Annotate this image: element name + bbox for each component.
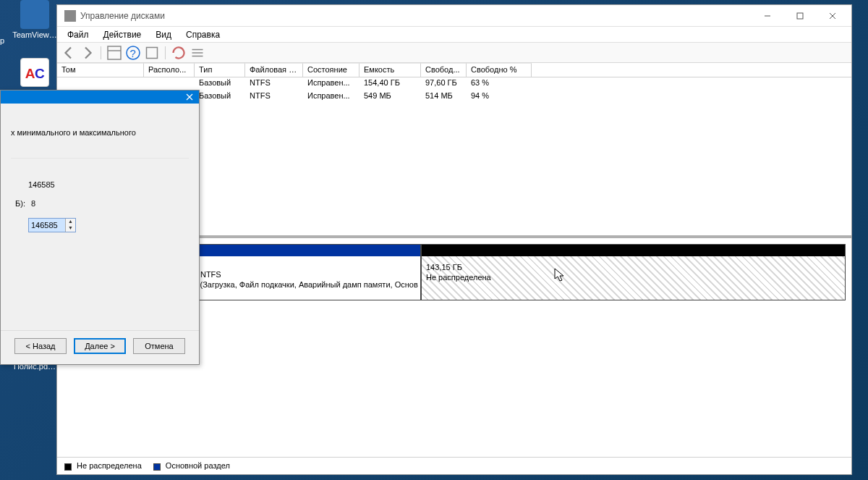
svg-rect-10 <box>147 47 158 58</box>
cell-cap: 549 МБ <box>359 90 421 104</box>
table-header: Том Располо... Тип Файловая с... Состоян… <box>57 63 851 77</box>
legend-bar: Не распределена Основной раздел <box>57 457 851 474</box>
menu-view[interactable]: Вид <box>150 28 177 41</box>
toolbar-list-icon[interactable] <box>189 44 206 62</box>
cell-cap: 154,40 ГБ <box>359 77 421 90</box>
close-button[interactable] <box>180 90 199 104</box>
app-icon: AC <box>20 58 49 87</box>
size-input[interactable] <box>29 219 65 232</box>
toolbar-views-icon[interactable] <box>106 44 123 62</box>
forward-button[interactable] <box>79 44 96 62</box>
toolbar: ? <box>57 43 851 63</box>
svg-rect-6 <box>108 46 121 59</box>
maximize-button[interactable] <box>783 6 816 26</box>
partition-status: Исправен (Загрузка, Файл подкачки, Авари… <box>162 279 416 290</box>
col-volume[interactable]: Том <box>57 63 144 77</box>
legend-primary: Основной раздел <box>153 461 230 470</box>
svg-rect-3 <box>797 13 803 19</box>
next-button[interactable]: Далее > <box>74 338 126 354</box>
close-button[interactable] <box>816 6 848 26</box>
spinner-up-icon[interactable]: ▲ <box>66 219 75 225</box>
col-capacity[interactable]: Емкость <box>359 63 421 77</box>
svg-text:A: A <box>25 66 35 81</box>
cell-fs: NTFS <box>245 90 303 104</box>
desktop-icon-label: TeamView… <box>10 30 59 39</box>
cell-type: Базовый <box>195 90 245 104</box>
wizard-titlebar[interactable] <box>1 90 199 104</box>
menubar: Файл Действие Вид Справка <box>57 27 851 43</box>
toolbar-refresh-icon[interactable] <box>170 44 187 62</box>
cell-type: Базовый <box>195 77 245 90</box>
new-volume-wizard: х минимального и максимального 146585 Б)… <box>0 90 200 365</box>
table-row[interactable]: Базовый NTFS Исправен... 154,40 ГБ 97,60… <box>57 77 851 90</box>
cell-free: 97,60 ГБ <box>421 77 467 90</box>
menu-file[interactable]: Файл <box>61 28 95 41</box>
cell-pct: 63 % <box>467 77 532 90</box>
size-spinner[interactable]: ▲ ▼ <box>28 218 76 232</box>
wizard-button-row: < Назад Далее > Отмена <box>1 330 199 364</box>
cell-stat: Исправен... <box>303 77 359 90</box>
partition-title: (C:) <box>162 259 416 269</box>
col-location[interactable]: Располо... <box>144 63 195 77</box>
app-icon <box>64 10 76 22</box>
titlebar[interactable]: Управление дисками <box>57 5 851 27</box>
partition-size: 143,15 ГБ <box>426 262 841 272</box>
col-free-pct[interactable]: Свободно % <box>467 63 532 77</box>
cell-stat: Исправен... <box>303 90 359 104</box>
back-button[interactable] <box>60 44 77 62</box>
col-filesystem[interactable]: Файловая с... <box>245 63 303 77</box>
desktop-icon-ac[interactable]: AC <box>10 58 59 88</box>
svg-text:C: C <box>35 66 45 81</box>
cell-free: 514 МБ <box>421 90 467 104</box>
menu-help[interactable]: Справка <box>180 28 226 41</box>
swatch-black-icon <box>64 463 72 471</box>
toolbar-properties-icon[interactable] <box>143 44 161 62</box>
col-type[interactable]: Тип <box>195 63 245 77</box>
wizard-row-label: Б): <box>15 199 25 208</box>
col-status[interactable]: Состояние <box>303 63 359 77</box>
toolbar-help-icon[interactable]: ? <box>124 44 142 62</box>
cell-pct: 94 % <box>467 90 532 104</box>
app-icon <box>20 0 49 29</box>
desktop-stray-label: p <box>0 36 4 45</box>
spinner-down-icon[interactable]: ▼ <box>66 225 75 232</box>
desktop-icon-teamviewer[interactable]: TeamView… <box>10 0 59 39</box>
window-title: Управление дисками <box>80 11 751 21</box>
legend-unallocated: Не распределена <box>64 461 142 470</box>
cancel-button[interactable]: Отмена <box>133 338 185 354</box>
partition-size: 154,40 ГБ NTFS <box>162 269 416 279</box>
minimize-button[interactable] <box>751 6 783 26</box>
wizard-max-value: 146585 <box>28 180 55 189</box>
partition-unallocated[interactable]: 143,15 ГБ Не распределена <box>421 244 846 300</box>
partition-header <box>422 245 845 256</box>
col-free[interactable]: Свобод... <box>421 63 467 77</box>
svg-text:?: ? <box>130 47 136 59</box>
swatch-blue-icon <box>153 463 161 471</box>
cell-fs: NTFS <box>245 77 303 90</box>
menu-action[interactable]: Действие <box>98 28 148 41</box>
back-button[interactable]: < Назад <box>14 338 67 354</box>
wizard-subtitle: х минимального и максимального <box>11 128 189 137</box>
partition-status: Не распределена <box>426 272 841 282</box>
wizard-min-value: 8 <box>31 199 35 208</box>
